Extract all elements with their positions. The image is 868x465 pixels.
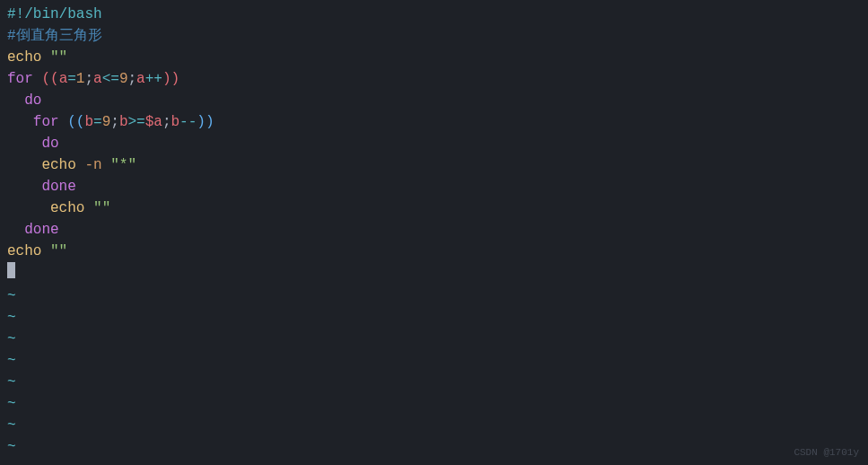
cursor-block xyxy=(7,262,15,278)
tilde-marker: ~ xyxy=(7,331,16,347)
code-line-6: for ((b=9;b>=$a;b--)) xyxy=(7,111,861,133)
empty-line-tilde: ~ xyxy=(7,372,861,393)
space xyxy=(33,71,42,87)
keyword-do: do xyxy=(24,92,41,109)
code-line-12: echo "" xyxy=(7,241,861,262)
space xyxy=(102,157,111,173)
tilde-marker: ~ xyxy=(7,310,16,326)
shebang: #!/bin/bash xyxy=(7,6,102,22)
operator-ge: >= xyxy=(127,114,145,130)
tilde-marker: ~ xyxy=(7,417,16,434)
watermark-text: CSDN @1701y xyxy=(793,445,859,461)
operator-decrement: -- xyxy=(180,114,197,130)
string-literal: "*" xyxy=(110,157,136,173)
comment-text: 倒直角三角形 xyxy=(16,28,102,44)
operator-increment: ++ xyxy=(145,71,162,87)
empty-line-tilde: ~ xyxy=(7,393,861,415)
code-line-1: #!/bin/bash xyxy=(7,4,861,25)
keyword-done: done xyxy=(24,222,58,238)
operator-assign: = xyxy=(67,71,76,87)
dollar-variable: $a xyxy=(145,114,162,130)
number-literal: 1 xyxy=(76,71,85,87)
semicolon: ; xyxy=(84,71,93,87)
string-literal: "" xyxy=(93,200,110,216)
indent xyxy=(7,200,50,216)
indent xyxy=(7,136,41,152)
tilde-marker: ~ xyxy=(7,353,16,369)
paren-close: )) xyxy=(162,71,180,87)
indent xyxy=(7,179,41,195)
semicolon: ; xyxy=(127,71,136,87)
flag-n: -n xyxy=(84,157,101,173)
code-line-7: do xyxy=(7,133,861,154)
keyword-echo: echo xyxy=(7,49,41,66)
code-line-9: done xyxy=(7,176,861,197)
paren-open: (( xyxy=(67,114,84,130)
space xyxy=(84,200,93,216)
code-line-8: echo -n "*" xyxy=(7,154,861,176)
empty-line-tilde: ~ xyxy=(7,329,861,350)
variable-b: b xyxy=(171,114,180,130)
paren-open: (( xyxy=(41,71,58,87)
tilde-marker: ~ xyxy=(7,439,16,455)
semicolon: ; xyxy=(162,114,171,130)
semicolon: ; xyxy=(110,114,119,130)
string-literal: "" xyxy=(50,49,67,66)
keyword-for: for xyxy=(33,114,59,130)
code-line-11: done xyxy=(7,219,861,241)
variable-a: a xyxy=(59,71,68,87)
keyword-echo: echo xyxy=(50,200,84,216)
keyword-echo: echo xyxy=(7,243,41,259)
comment-prefix: # xyxy=(7,28,16,44)
variable-b: b xyxy=(84,114,93,130)
indent xyxy=(7,92,24,109)
empty-line-tilde: ~ xyxy=(7,307,861,329)
operator-assign: = xyxy=(93,114,102,130)
indent xyxy=(7,222,24,238)
space xyxy=(76,157,85,173)
empty-line-tilde: ~ xyxy=(7,285,861,307)
keyword-echo: echo xyxy=(41,157,75,173)
code-line-5: do xyxy=(7,90,861,111)
code-line-cursor xyxy=(7,262,861,285)
keyword-for: for xyxy=(7,71,33,87)
code-line-4: for ((a=1;a<=9;a++)) xyxy=(7,68,861,90)
operator-le: <= xyxy=(102,71,119,87)
variable-a: a xyxy=(136,71,145,87)
code-line-2: #倒直角三角形 xyxy=(7,25,861,47)
indent xyxy=(7,157,41,173)
code-line-10: echo "" xyxy=(7,197,861,219)
keyword-do: do xyxy=(41,136,58,152)
empty-line-tilde: ~ xyxy=(7,415,861,436)
tilde-marker: ~ xyxy=(7,374,16,390)
indent xyxy=(7,114,33,130)
empty-line-tilde: ~ xyxy=(7,436,861,458)
tilde-marker: ~ xyxy=(7,396,16,412)
code-line-3: echo "" xyxy=(7,47,861,68)
space xyxy=(59,114,68,130)
space xyxy=(41,49,50,66)
string-literal: "" xyxy=(50,243,67,259)
space xyxy=(41,243,50,259)
tilde-marker: ~ xyxy=(7,288,16,304)
paren-close: )) xyxy=(197,114,214,130)
empty-line-tilde: ~ xyxy=(7,350,861,372)
vim-editor[interactable]: #!/bin/bash #倒直角三角形 echo "" for ((a=1;a<… xyxy=(7,4,861,461)
keyword-done: done xyxy=(41,179,75,195)
variable-a: a xyxy=(93,71,102,87)
number-literal: 9 xyxy=(102,114,111,130)
